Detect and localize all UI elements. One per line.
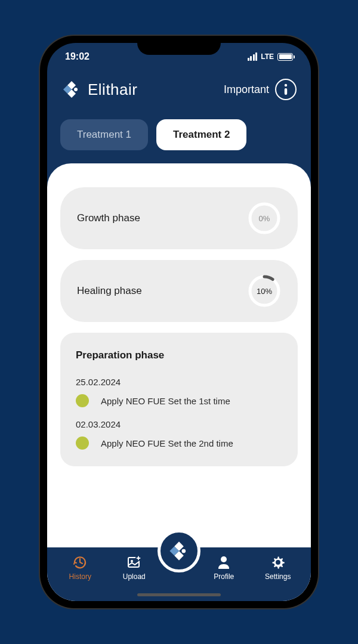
nav-history[interactable]: History [62,555,98,581]
growth-phase-card[interactable]: Growth phase 0% [60,187,298,249]
svg-point-0 [74,88,78,91]
status-right: LTE [248,52,293,61]
tab-treatment-2[interactable]: Treatment 2 [156,119,246,150]
preparation-title: Preparation phase [76,349,282,361]
notch [137,36,221,55]
info-icon[interactable] [275,79,297,100]
nav-settings-label: Settings [265,572,291,581]
phone-screen: 19:02 LTE [47,43,311,601]
upload-icon [126,555,142,570]
healing-phase-card[interactable]: Healing phase 10% [60,260,298,322]
tabs: Treatment 1 Treatment 2 [47,111,311,163]
task-text: Apply NEO FUE Set the 2nd time [101,438,233,448]
task-date: 25.02.2024 [76,377,282,387]
brand-name: Elithair [88,80,137,99]
healing-percent: 10% [257,287,272,296]
preparation-card: Preparation phase 25.02.2024 Apply NEO F… [60,333,298,466]
svg-rect-2 [285,88,287,95]
nav-upload-label: Upload [123,572,146,581]
svg-point-10 [276,560,280,565]
profile-icon [216,555,232,570]
task-row[interactable]: Apply NEO FUE Set the 2nd time [76,436,282,450]
signal-icon [248,52,258,61]
network-label: LTE [261,52,274,61]
logo-group[interactable]: Elithair [61,79,137,100]
svg-point-9 [221,556,227,562]
center-home-button[interactable] [158,530,200,572]
app-header: Elithair Important [47,64,311,111]
nav-settings[interactable]: Settings [260,555,296,581]
healing-phase-label: Healing phase [77,285,142,297]
task-text: Apply NEO FUE Set the 1st time [101,396,230,406]
svg-point-11 [181,549,186,553]
healing-progress-ring: 10% [248,274,281,308]
phone-frame: 19:02 LTE [40,36,318,608]
brand-logo-icon [61,79,82,100]
nav-profile-label: Profile [214,572,234,581]
nav-profile[interactable]: Profile [206,555,242,581]
growth-phase-label: Growth phase [77,212,140,224]
task-bullet-icon [76,394,89,407]
svg-point-7 [131,560,133,562]
history-icon [72,555,88,570]
settings-icon [270,555,286,570]
task-bullet-icon [76,436,89,450]
battery-icon [277,53,293,61]
task-row[interactable]: Apply NEO FUE Set the 1st time [76,394,282,407]
brand-logo-icon [168,540,190,562]
nav-upload[interactable]: Upload [116,555,152,581]
status-time: 19:02 [65,51,90,62]
growth-progress-ring: 0% [248,202,281,235]
important-group[interactable]: Important [224,79,297,100]
tab-treatment-1[interactable]: Treatment 1 [60,119,148,150]
nav-history-label: History [69,572,91,581]
task-date: 02.03.2024 [76,419,282,429]
important-label: Important [224,83,269,96]
home-indicator[interactable] [137,593,221,596]
growth-percent: 0% [259,214,270,223]
svg-point-1 [285,84,287,86]
